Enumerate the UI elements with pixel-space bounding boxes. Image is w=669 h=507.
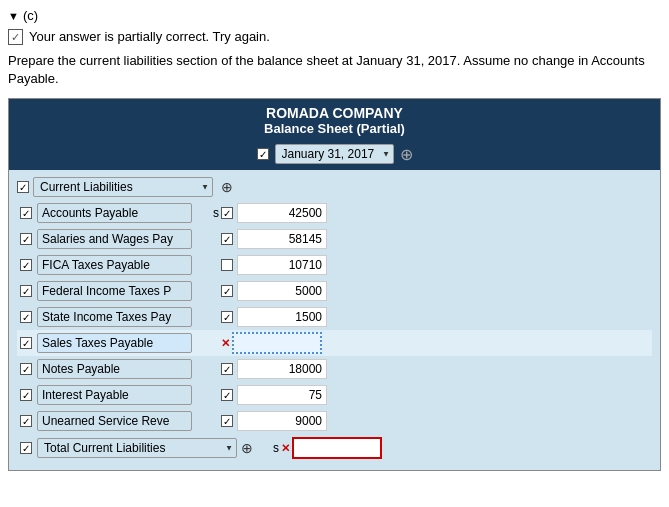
feedback-row: ✓ Your answer is partially correct. Try … — [8, 29, 661, 44]
row-label-col-8 — [37, 411, 197, 431]
row-checkbox-6[interactable] — [20, 363, 32, 375]
row-amount-check-7[interactable] — [221, 389, 233, 401]
row-check-col-2 — [17, 259, 35, 271]
row-check-col-4 — [17, 311, 35, 323]
section-toggle[interactable]: ▼ (c) — [8, 8, 661, 23]
row-x-mark-5: ✕ — [221, 337, 230, 350]
feedback-check-icon: ✓ — [8, 29, 23, 44]
table-row: ✕ — [17, 330, 652, 356]
row-amount-check-1[interactable] — [221, 233, 233, 245]
row-amount-input-3[interactable] — [237, 281, 327, 301]
row-amount-col-2 — [221, 255, 652, 275]
row-label-input-6[interactable] — [37, 359, 192, 379]
balance-sheet-table: ROMADA COMPANY Balance Sheet (Partial) J… — [8, 98, 661, 471]
row-dollar-0: s — [199, 206, 219, 220]
row-label-input-5[interactable] — [37, 333, 192, 353]
total-dollar-sign: s — [259, 441, 279, 455]
table-title: Balance Sheet (Partial) — [13, 121, 656, 136]
company-name: ROMADA COMPANY — [13, 105, 656, 121]
section-dropdown-wrapper: Current Liabilities — [33, 177, 213, 197]
table-header: ROMADA COMPANY Balance Sheet (Partial) — [9, 99, 660, 140]
row-amount-input-7[interactable] — [237, 385, 327, 405]
table-row — [17, 382, 652, 408]
row-amount-input-6[interactable] — [237, 359, 327, 379]
row-label-col-2 — [37, 255, 197, 275]
row-checkbox-0[interactable] — [20, 207, 32, 219]
collapse-icon[interactable]: ▼ — [8, 10, 19, 22]
row-label-col-4 — [37, 307, 197, 327]
row-label-col-1 — [37, 229, 197, 249]
row-amount-col-1 — [221, 229, 652, 249]
row-check-col-3 — [17, 285, 35, 297]
total-checkbox[interactable] — [20, 442, 32, 454]
date-row: January 31, 2017 ⊕ — [9, 140, 660, 170]
instructions-text: Prepare the current liabilities section … — [8, 52, 661, 88]
row-amount-check-8[interactable] — [221, 415, 233, 427]
total-row: Total Current Liabilities ⊕ s ✕ — [17, 434, 652, 462]
row-check-col-0 — [17, 207, 35, 219]
section-header-checkbox[interactable] — [17, 181, 29, 193]
row-label-input-8[interactable] — [37, 411, 192, 431]
total-dropdown-wrapper: Total Current Liabilities — [37, 438, 237, 458]
table-row — [17, 304, 652, 330]
row-amount-check-3[interactable] — [221, 285, 233, 297]
row-amount-col-7 — [221, 385, 652, 405]
row-amount-col-6 — [221, 359, 652, 379]
row-check-col-5 — [17, 337, 35, 349]
row-amount-check-0[interactable] — [221, 207, 233, 219]
row-label-col-5 — [37, 333, 197, 353]
row-checkbox-2[interactable] — [20, 259, 32, 271]
row-amount-col-8 — [221, 411, 652, 431]
section-header-row: Current Liabilities ⊕ — [17, 174, 652, 200]
date-select-wrapper: January 31, 2017 — [275, 144, 394, 164]
row-checkbox-5[interactable] — [20, 337, 32, 349]
line-rows-container: s — [17, 200, 652, 434]
row-checkbox-4[interactable] — [20, 311, 32, 323]
row-amount-input-5[interactable] — [232, 332, 322, 354]
feedback-message: Your answer is partially correct. Try ag… — [29, 29, 270, 44]
row-checkbox-7[interactable] — [20, 389, 32, 401]
row-label-input-7[interactable] — [37, 385, 192, 405]
row-check-col-8 — [17, 415, 35, 427]
row-checkbox-8[interactable] — [20, 415, 32, 427]
row-label-input-1[interactable] — [37, 229, 192, 249]
table-row — [17, 408, 652, 434]
row-label-input-3[interactable] — [37, 281, 192, 301]
row-amount-input-8[interactable] — [237, 411, 327, 431]
row-label-col-6 — [37, 359, 197, 379]
row-label-col-7 — [37, 385, 197, 405]
row-label-input-2[interactable] — [37, 255, 192, 275]
table-row — [17, 226, 652, 252]
section-id: (c) — [23, 8, 38, 23]
table-row — [17, 252, 652, 278]
total-x-mark: ✕ — [281, 442, 290, 455]
section-arrow-icon: ⊕ — [221, 179, 233, 195]
total-amount-wrapper: ✕ — [281, 437, 382, 459]
table-row — [17, 278, 652, 304]
row-label-input-0[interactable] — [37, 203, 192, 223]
table-row — [17, 356, 652, 382]
row-amount-input-4[interactable] — [237, 307, 327, 327]
row-amount-input-1[interactable] — [237, 229, 327, 249]
total-amount-input[interactable] — [292, 437, 382, 459]
row-label-col-3 — [37, 281, 197, 301]
row-amount-col-3 — [221, 281, 652, 301]
row-amount-col-5: ✕ — [221, 332, 652, 354]
row-amount-input-0[interactable] — [237, 203, 327, 223]
date-select[interactable]: January 31, 2017 — [275, 144, 394, 164]
total-dropdown[interactable]: Total Current Liabilities — [37, 438, 237, 458]
row-checkbox-1[interactable] — [20, 233, 32, 245]
row-amount-check-2[interactable] — [221, 259, 233, 271]
row-label-input-4[interactable] — [37, 307, 192, 327]
date-checkbox[interactable] — [257, 148, 269, 160]
row-check-col-6 — [17, 363, 35, 375]
table-row: s — [17, 200, 652, 226]
row-amount-check-4[interactable] — [221, 311, 233, 323]
row-amount-col-0 — [221, 203, 652, 223]
row-check-col-7 — [17, 389, 35, 401]
row-amount-check-6[interactable] — [221, 363, 233, 375]
row-checkbox-3[interactable] — [20, 285, 32, 297]
section-dropdown[interactable]: Current Liabilities — [33, 177, 213, 197]
row-check-col-1 — [17, 233, 35, 245]
row-amount-input-2[interactable] — [237, 255, 327, 275]
